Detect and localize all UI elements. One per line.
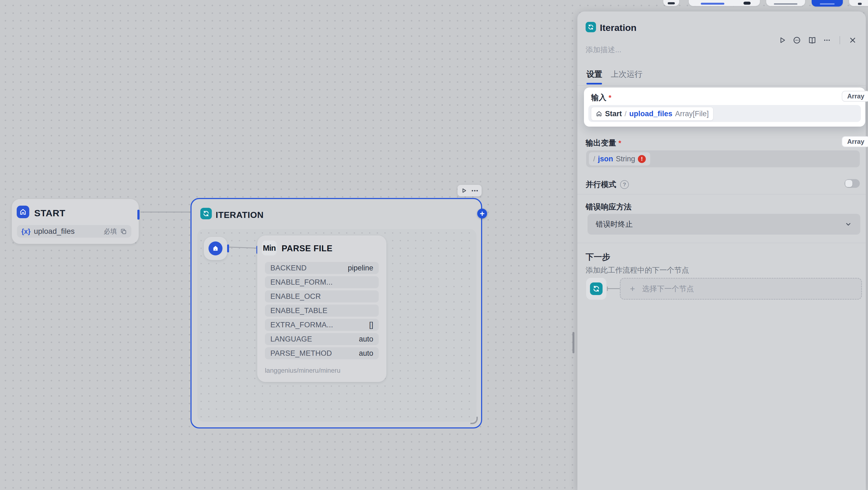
variable-name: json — [598, 155, 613, 163]
parallel-mode-toggle[interactable] — [844, 179, 860, 188]
input-type-badge: Array — [842, 91, 868, 102]
iteration-node-title: ITERATION — [216, 210, 264, 220]
edge-iterstart-to-parsefile — [229, 247, 257, 249]
mineru-logo: Min — [262, 241, 277, 255]
iteration-node-toolbar[interactable]: ••• — [458, 185, 482, 196]
start-variable-name: upload_files — [34, 227, 74, 236]
next-step-label: 下一步 — [586, 252, 610, 263]
plus-icon: + — [630, 284, 635, 294]
active-tab-underline — [586, 83, 602, 85]
parse-file-row: ENABLE_OCR — [265, 290, 379, 302]
variable-prefix: / — [593, 155, 595, 163]
parse-file-row: PARSE_METHODauto — [265, 347, 379, 359]
iteration-icon — [200, 208, 212, 219]
parse-file-node-title: PARSE FILE — [282, 243, 333, 254]
toolbar-button-4[interactable] — [849, 0, 868, 6]
toolbar-button-primary[interactable] — [812, 0, 843, 6]
variable-node-name: Start — [605, 110, 622, 118]
tab-settings[interactable]: 设置 — [586, 69, 602, 80]
tabs-divider — [578, 85, 866, 86]
more-icon[interactable]: ••• — [471, 188, 478, 193]
home-icon — [596, 110, 602, 117]
error-icon: ! — [638, 155, 646, 163]
iteration-start-node[interactable] — [204, 237, 227, 260]
parse-file-row: ENABLE_TABLE — [265, 305, 379, 317]
toolbar-button-2[interactable] — [689, 0, 760, 6]
output-variable-field[interactable]: / json String ! — [586, 151, 860, 167]
output-label: 输出变量* — [586, 138, 621, 148]
error-method-selected: 错误时终止 — [596, 219, 633, 229]
parse-file-row: EXTRA_FORMA...[] — [265, 319, 379, 331]
run-node-button[interactable] — [777, 35, 787, 45]
output-variable-chip[interactable]: / json String ! — [589, 152, 650, 165]
iteration-icon — [586, 22, 596, 32]
error-method-label: 错误响应方法 — [586, 202, 631, 212]
parse-file-row: LANGUAGEauto — [265, 333, 379, 345]
select-next-node-button[interactable]: + 选择下一个节点 — [620, 278, 862, 300]
parse-file-row: BACKENDpipeline — [265, 262, 379, 274]
canvas-scrollbar[interactable] — [572, 332, 575, 353]
parse-file-node[interactable]: Min PARSE FILE BACKENDpipeline ENABLE_FO… — [257, 235, 386, 382]
workflow-canvas[interactable]: START {x} upload_files 必填 ••• ITERATION … — [0, 0, 868, 490]
toolbar-button-primary-text — [820, 3, 835, 5]
start-node-output-handle[interactable] — [137, 210, 140, 220]
input-section-card: 输入* Array Start / upload_files Array[Fil… — [584, 88, 865, 127]
parse-file-plugin-id: langgenius/mineru/mineru — [265, 367, 340, 374]
toolbar-button-1-icon — [668, 2, 675, 4]
header-divider — [840, 36, 840, 44]
variable-type: Array[File] — [675, 110, 709, 118]
toggle-knob — [845, 180, 852, 187]
iteration-node[interactable]: ITERATION + Min PARSE FILE BACKENDpipeli… — [190, 198, 482, 428]
toolbar-button-2-icon — [743, 2, 751, 5]
select-next-node-placeholder: 选择下一个节点 — [642, 284, 694, 294]
focus-node-icon[interactable] — [792, 35, 802, 45]
iteration-start-home-icon — [209, 241, 222, 255]
copy-icon[interactable] — [120, 228, 127, 235]
panel-more-icon[interactable] — [822, 35, 832, 45]
toolbar-button-3[interactable] — [766, 0, 805, 6]
input-label: 输入* — [591, 92, 611, 103]
start-node-variable-row[interactable]: {x} upload_files 必填 — [17, 225, 131, 238]
chevron-down-icon — [844, 220, 852, 228]
toolbar-button-4-icon — [858, 3, 862, 5]
panel-title: Iteration — [600, 23, 637, 33]
description-input[interactable]: 添加描述... — [586, 45, 621, 55]
node-config-panel: Iteration 添加描述... 设置 上次运行 输入* Array — [578, 11, 866, 490]
parse-file-row: ENABLE_FORM... — [265, 276, 379, 288]
docs-icon[interactable] — [807, 35, 817, 45]
tab-last-run[interactable]: 上次运行 — [611, 69, 643, 80]
required-label: 必填 — [104, 227, 117, 236]
toolbar-button-3-text — [774, 3, 797, 5]
required-asterisk: * — [609, 94, 611, 102]
help-icon[interactable]: ? — [620, 180, 629, 189]
next-step-source-node — [586, 278, 607, 300]
edge-start-to-iteration — [141, 211, 191, 213]
start-node-title: START — [34, 208, 65, 219]
parallel-mode-label: 并行模式 ? — [586, 179, 629, 190]
variable-x-icon: {x} — [21, 228, 30, 235]
iteration-start-output-handle[interactable] — [227, 244, 229, 252]
input-variable-chip[interactable]: Start / upload_files Array[File] — [591, 107, 713, 121]
required-asterisk: * — [618, 139, 621, 147]
variable-separator: / — [625, 110, 627, 118]
start-node[interactable]: START {x} upload_files 必填 — [12, 199, 139, 244]
iteration-add-node-button[interactable]: + — [477, 209, 487, 219]
error-method-dropdown[interactable]: 错误时终止 — [588, 214, 860, 235]
variable-name: upload_files — [629, 110, 672, 118]
section-divider — [578, 194, 866, 194]
iteration-icon — [590, 283, 602, 295]
iteration-body[interactable]: Min PARSE FILE BACKENDpipeline ENABLE_FO… — [197, 229, 476, 422]
output-type-badge: Array — [842, 136, 868, 147]
toolbar-button-1[interactable] — [663, 0, 679, 6]
input-variable-field[interactable]: Start / upload_files Array[File] — [588, 105, 861, 122]
next-step-connector — [608, 288, 620, 289]
next-step-description: 添加此工作流程中的下一个节点 — [586, 265, 689, 275]
section-divider — [578, 243, 866, 243]
home-icon — [17, 206, 29, 218]
iteration-resize-handle[interactable] — [470, 417, 478, 424]
variable-type: String — [616, 155, 635, 163]
close-panel-icon[interactable] — [848, 35, 858, 45]
toolbar-button-2-text — [701, 3, 724, 5]
play-icon[interactable] — [461, 187, 467, 194]
